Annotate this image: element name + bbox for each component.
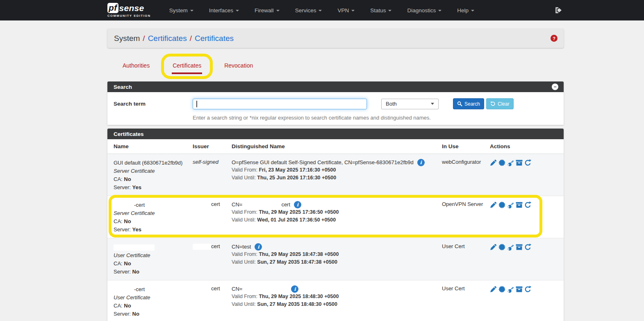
clear-button[interactable]: Clear xyxy=(486,98,514,109)
export-certificate-icon[interactable] xyxy=(498,286,505,293)
valid-until: Sun, 27 May 2035 18:48:30 +0500 xyxy=(257,301,337,307)
logo-pf-badge: pf xyxy=(107,3,118,13)
cert-in-use: User Cert xyxy=(442,243,490,276)
export-p12-archive-icon[interactable] xyxy=(516,244,523,251)
cert-type: Server Certificate xyxy=(114,167,189,175)
cert-in-use: webConfigurator xyxy=(442,159,490,192)
export-certificate-icon[interactable] xyxy=(498,159,505,166)
valid-from: Thu, 29 May 2025 18:47:38 +0500 xyxy=(259,251,339,257)
collapse-minus-icon[interactable]: − xyxy=(552,84,558,90)
cert-type: Server Certificate xyxy=(114,209,189,217)
server-value: Yes xyxy=(132,184,141,190)
tab-authorities[interactable]: Authorities xyxy=(116,59,157,74)
edit-pencil-icon[interactable] xyxy=(490,244,497,251)
renew-icon[interactable] xyxy=(524,201,531,208)
nav-item-firewall[interactable]: Firewall xyxy=(247,0,287,20)
valid-until: Thu, 25 Jun 2026 17:16:30 +0500 xyxy=(257,175,336,181)
export-key-icon[interactable] xyxy=(507,159,514,166)
redaction-blob xyxy=(193,201,211,208)
redaction-blob xyxy=(114,244,155,251)
cert-issuer: cert xyxy=(211,243,220,249)
cert-issuer: cert xyxy=(211,285,220,292)
search-panel: Search − Search term Both Search xyxy=(107,81,564,125)
export-p12-archive-icon[interactable] xyxy=(516,201,523,208)
column-header-actions: Actions xyxy=(490,143,564,149)
breadcrumb-link-certificates-page[interactable]: Certificates xyxy=(195,34,234,43)
redaction-blob xyxy=(193,286,211,292)
help-icon[interactable]: ? xyxy=(551,35,558,42)
export-certificate-icon[interactable] xyxy=(498,244,505,251)
caret-down-icon xyxy=(438,10,441,11)
text-caret xyxy=(196,101,197,107)
column-header-distinguished-name: Distinguished Name xyxy=(232,143,442,149)
cert-in-use: User Cert xyxy=(442,285,490,318)
caret-down-icon xyxy=(236,10,239,11)
top-navbar: pfsense COMMUNITY EDITION System Interfa… xyxy=(0,0,644,20)
column-header-issuer: Issuer xyxy=(193,143,232,149)
ca-value: No xyxy=(124,303,131,309)
breadcrumb-separator: / xyxy=(190,34,192,43)
renew-icon[interactable] xyxy=(524,159,531,166)
server-value: No xyxy=(132,269,139,275)
valid-from: Fri, 23 May 2025 17:16:30 +0500 xyxy=(259,167,336,173)
pfsense-logo[interactable]: pfsense COMMUNITY EDITION xyxy=(107,3,151,18)
info-icon[interactable]: i xyxy=(294,201,301,208)
table-header-row: Name Issuer Distinguished Name In Use Ac… xyxy=(107,139,564,154)
search-button[interactable]: Search xyxy=(453,98,484,109)
table-row-user-cert-test: User Certificate CA: No Server: No cert … xyxy=(107,238,564,280)
sign-out-icon xyxy=(555,7,562,14)
export-p12-archive-icon[interactable] xyxy=(516,159,523,166)
chevron-down-icon xyxy=(431,103,434,105)
valid-from: Thu, 29 May 2025 17:36:50 +0500 xyxy=(259,209,339,215)
export-key-icon[interactable] xyxy=(507,286,514,293)
export-key-icon[interactable] xyxy=(507,201,514,208)
export-certificate-icon[interactable] xyxy=(498,201,505,208)
export-p12-archive-icon[interactable] xyxy=(516,286,523,293)
server-value: Yes xyxy=(132,226,141,233)
tab-certificates[interactable]: Certificates xyxy=(166,59,208,74)
edit-pencil-icon[interactable] xyxy=(490,201,497,208)
cert-name: GUI default (6830671e2fb9d) xyxy=(114,159,189,167)
cert-dn-prefix: CN= xyxy=(232,285,242,293)
cert-dn-prefix: CN= xyxy=(232,201,242,208)
certificates-panel: Certificates Name Issuer Distinguished N… xyxy=(107,129,564,321)
redaction-blob xyxy=(242,202,281,208)
tab-revocation[interactable]: Revocation xyxy=(217,59,260,74)
info-icon[interactable]: i xyxy=(255,243,262,251)
valid-until: Wed, 01 Jul 2026 17:36:50 +0500 xyxy=(257,217,336,223)
cert-type: User Certificate xyxy=(114,294,189,302)
nav-item-status[interactable]: Status xyxy=(362,0,399,20)
cert-name: -cert xyxy=(134,286,145,292)
search-term-label: Search term xyxy=(114,101,193,107)
export-key-icon[interactable] xyxy=(507,244,514,251)
logout-button[interactable] xyxy=(555,0,562,20)
server-value: No xyxy=(132,311,139,317)
search-panel-header: Search − xyxy=(107,81,564,92)
redaction-blob xyxy=(114,202,134,208)
ca-value: No xyxy=(124,176,131,182)
renew-icon[interactable] xyxy=(524,286,531,293)
cert-in-use: OpenVPN Server xyxy=(442,201,490,234)
nav-item-interfaces[interactable]: Interfaces xyxy=(201,0,247,20)
certificates-panel-header: Certificates xyxy=(107,129,564,139)
valid-from: Thu, 29 May 2025 18:48:30 +0500 xyxy=(259,294,339,299)
nav-item-services[interactable]: Services xyxy=(287,0,330,20)
ca-value: No xyxy=(124,260,131,267)
renew-icon[interactable] xyxy=(524,244,531,251)
search-input[interactable] xyxy=(193,99,367,109)
nav-item-help[interactable]: Help xyxy=(449,0,482,20)
nav-item-system[interactable]: System xyxy=(162,0,201,20)
undo-icon xyxy=(490,101,496,106)
breadcrumb-link-certificates[interactable]: Certificates xyxy=(148,34,187,43)
edit-pencil-icon[interactable] xyxy=(490,286,497,293)
logo-edition-label: COMMUNITY EDITION xyxy=(107,14,151,18)
caret-down-icon xyxy=(319,10,322,11)
info-icon[interactable]: i xyxy=(417,159,425,166)
nav-item-vpn[interactable]: VPN xyxy=(330,0,362,20)
info-icon[interactable]: i xyxy=(291,285,298,293)
edit-pencil-icon[interactable] xyxy=(490,159,497,166)
redaction-blob xyxy=(242,286,287,292)
nav-item-diagnostics[interactable]: Diagnostics xyxy=(399,0,449,20)
search-help-text: Enter a search string or *nix regular ex… xyxy=(193,115,558,121)
search-type-select[interactable]: Both xyxy=(381,99,439,109)
